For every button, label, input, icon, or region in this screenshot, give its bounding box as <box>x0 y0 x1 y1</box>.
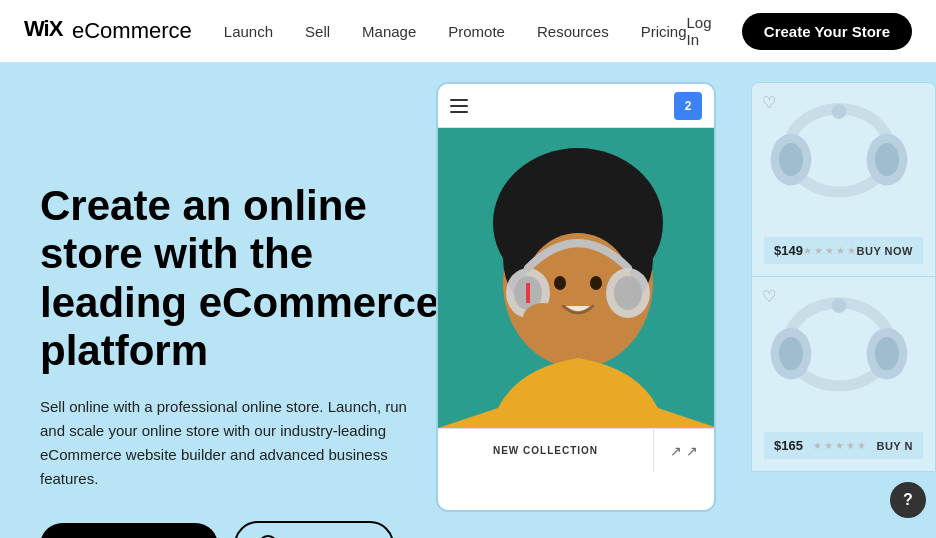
svg-point-14 <box>523 303 563 333</box>
phone-bottom-bar: NEW COLLECTION ↗ ↗ <box>438 428 714 472</box>
svg-point-18 <box>779 143 803 176</box>
hero-section: Create an online store with the leading … <box>0 62 936 538</box>
product-card-1: ♡ $149 ★ ★ ★ ★ ★ <box>751 82 936 277</box>
product-1-price: $149 <box>774 243 803 258</box>
hero-text: Create an online store with the leading … <box>40 102 470 538</box>
svg-point-7 <box>554 276 566 290</box>
woman-svg <box>438 128 714 428</box>
svg-point-26 <box>832 298 847 313</box>
product-1-stars: ★ ★ ★ ★ ★ <box>803 245 856 256</box>
hero-buttons: Create Your Store Watch Video <box>40 521 470 538</box>
navbar: WiX eCommerce Launch Sell Manage Promote… <box>0 0 936 62</box>
phone-nav-arrows: ↗ ↗ <box>654 429 714 472</box>
headphone-image-2 <box>764 289 914 409</box>
nav-link-launch[interactable]: Launch <box>224 23 273 40</box>
svg-point-24 <box>779 337 803 370</box>
product-2-buy[interactable]: BUY N <box>876 440 913 452</box>
help-button[interactable]: ? <box>890 482 926 518</box>
logo-wix: WiX <box>24 14 72 48</box>
login-button[interactable]: Log In <box>687 14 718 48</box>
svg-point-25 <box>875 337 899 370</box>
svg-point-8 <box>590 276 602 290</box>
hamburger-icon <box>450 99 468 113</box>
wishlist-icon-2[interactable]: ♡ <box>762 287 776 306</box>
product-card-2-bottom: $165 ★ ★ ★ ★ ★ BUY N <box>764 432 923 459</box>
nav-link-pricing[interactable]: Pricing <box>641 23 687 40</box>
hero-title: Create an online store with the leading … <box>40 182 470 375</box>
product-2-price: $165 <box>774 438 803 453</box>
product-2-stars: ★ ★ ★ ★ ★ <box>813 440 866 451</box>
wishlist-icon-1[interactable]: ♡ <box>762 93 776 112</box>
cart-icon: 2 <box>674 92 702 120</box>
nav-link-resources[interactable]: Resources <box>537 23 609 40</box>
nav-link-sell[interactable]: Sell <box>305 23 330 40</box>
wix-logo-svg: WiX <box>24 14 72 42</box>
phone-mockup: 2 <box>436 82 716 512</box>
nav-links: Launch Sell Manage Promote Resources Pri… <box>224 23 687 40</box>
svg-point-13 <box>614 276 642 310</box>
svg-point-19 <box>875 143 899 176</box>
nav-link-manage[interactable]: Manage <box>362 23 416 40</box>
product-card-1-bottom: $149 ★ ★ ★ ★ ★ BUY NOW <box>764 237 923 264</box>
phone-topbar: 2 <box>438 84 714 128</box>
product-card-2: ♡ $165 ★ ★ ★ ★ ★ <box>751 277 936 472</box>
nav-right: Log In Create Your Store <box>687 13 912 50</box>
headphone-image-1 <box>764 95 914 215</box>
create-store-button[interactable]: Create Your Store <box>40 523 218 538</box>
hero-subtitle: Sell online with a professional online s… <box>40 395 430 491</box>
svg-point-20 <box>832 104 847 119</box>
logo[interactable]: WiX eCommerce <box>24 14 192 48</box>
product-cards: ♡ $149 ★ ★ ★ ★ ★ <box>751 82 936 472</box>
new-collection-label: NEW COLLECTION <box>438 429 654 472</box>
svg-text:WiX: WiX <box>24 16 64 41</box>
nav-link-promote[interactable]: Promote <box>448 23 505 40</box>
nav-cta-button[interactable]: Create Your Store <box>742 13 912 50</box>
phone-main-image <box>438 128 714 428</box>
product-1-buy[interactable]: BUY NOW <box>857 245 913 257</box>
watch-video-button[interactable]: Watch Video <box>234 521 394 538</box>
hero-mockup: 2 <box>436 62 936 538</box>
cart-count: 2 <box>685 99 692 113</box>
logo-ecommerce: eCommerce <box>72 18 192 44</box>
